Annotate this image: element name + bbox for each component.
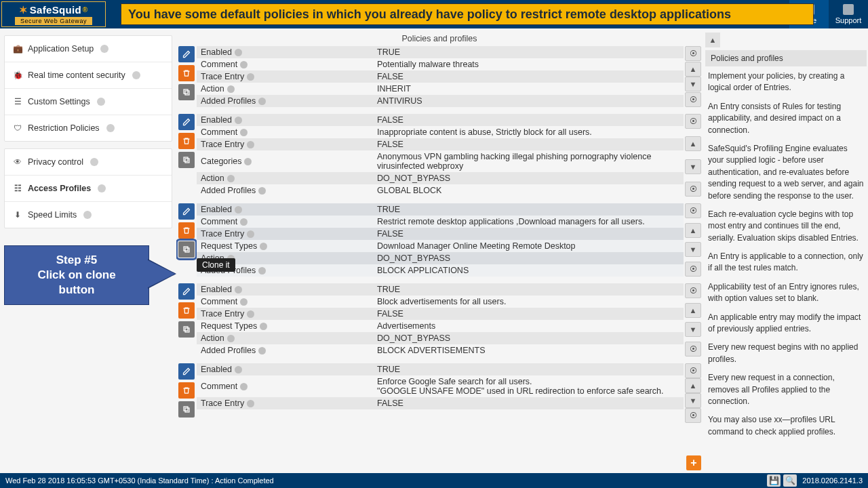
edit-button[interactable]	[178, 203, 195, 220]
clone-button[interactable]	[178, 321, 195, 338]
clone-tooltip: Clone it	[197, 258, 235, 272]
row-label: Enabled	[197, 114, 373, 126]
move-down-button[interactable]: ▼	[685, 322, 701, 337]
row-label: Comment	[197, 375, 373, 397]
row-label: Comment	[197, 216, 373, 228]
move-bottom-button[interactable]: ⦿	[685, 262, 701, 277]
table-row: Enabled FALSE	[197, 114, 684, 126]
move-top-button[interactable]: ⦿	[685, 283, 701, 298]
edit-button[interactable]	[178, 363, 195, 380]
move-top-button[interactable]: ⦿	[685, 114, 701, 129]
sidebar-item-real-time-content-security[interactable]: 🐞Real time content security	[5, 62, 172, 88]
table-row: Added Profiles BLOCK ADVERTISEMENTS	[197, 344, 684, 357]
info-icon	[90, 158, 98, 166]
row-value: TRUE	[373, 203, 684, 216]
clone-button[interactable]	[178, 152, 195, 168]
move-down-button[interactable]: ▼	[685, 77, 701, 92]
sidebar-item-label: Speed Limits	[28, 210, 77, 220]
sidebar-item-privacy-control[interactable]: 👁Privacy control	[5, 149, 172, 175]
sidebar-item-application-setup[interactable]: 💼Application Setup	[5, 36, 172, 62]
move-up-button[interactable]: ▲	[685, 378, 701, 393]
download-icon: ⬇	[13, 210, 22, 220]
table-row: Categories Anonymous VPN gambling hackin…	[197, 150, 684, 172]
table-row: Trace Entry FALSE	[197, 138, 684, 150]
move-bottom-button[interactable]: ⦿	[685, 92, 701, 107]
delete-button[interactable]	[178, 382, 195, 399]
info-icon	[247, 73, 254, 81]
row-label: Comment	[197, 296, 373, 308]
svg-rect-8	[185, 408, 189, 412]
row-value: TRUE	[373, 46, 684, 58]
info-icon	[260, 323, 267, 330]
move-bottom-button[interactable]: ⦿	[685, 408, 701, 423]
clone-button[interactable]	[178, 241, 195, 258]
row-value: BLOCK APPLICATIONS	[373, 264, 684, 277]
edit-button[interactable]	[178, 283, 195, 300]
help-paragraph: An Entry consists of Rules for testing a…	[708, 101, 864, 136]
info-icon	[227, 175, 235, 182]
sidebar-item-custom-settings[interactable]: ☰Custom Settings	[5, 88, 172, 115]
table-row: Enabled TRUE	[197, 363, 684, 375]
top-header: ✶ SafeSquid® Secure Web Gateway You have…	[0, 0, 868, 28]
delete-button[interactable]	[178, 65, 195, 81]
move-up-button[interactable]: ▲	[685, 136, 701, 151]
move-down-button[interactable]: ▼	[685, 242, 701, 257]
table-row: Comment Restrict remote desktop applicat…	[197, 216, 684, 228]
sidebar-item-access-profiles[interactable]: ☷Access Profiles	[5, 175, 172, 201]
row-label: Added Profiles	[197, 344, 373, 357]
table-row: Trace Entry FALSE	[197, 70, 684, 83]
move-top-button[interactable]: ⦿	[685, 363, 701, 378]
move-up-button[interactable]: ▲	[685, 223, 701, 238]
row-value: Enforce Google Safe search for all users…	[373, 375, 684, 397]
policy-entry: Enabled TRUEComment Restrict remote desk…	[176, 203, 703, 277]
info-icon	[247, 310, 254, 318]
row-label: Action	[197, 332, 373, 344]
svg-rect-9	[184, 407, 188, 411]
support-icon	[843, 4, 854, 15]
eye-icon: 👁	[13, 157, 22, 167]
move-top-button[interactable]: ⦿	[685, 46, 701, 61]
footer-search-button[interactable]: 🔍	[783, 474, 797, 487]
table-row: Action DO_NOT_BYPASS	[197, 252, 684, 264]
move-down-button[interactable]: ▼	[685, 393, 701, 408]
row-value: Potentially malware threats	[373, 58, 684, 70]
move-bottom-button[interactable]: ⦿	[685, 182, 701, 197]
move-top-button[interactable]: ⦿	[685, 203, 701, 218]
delete-button[interactable]	[178, 302, 195, 319]
move-down-button[interactable]: ▼	[685, 159, 701, 174]
help-paragraph: Applicability test of an Entry ignores r…	[708, 281, 864, 305]
table-row: Comment Inappropriate content is abuse, …	[197, 126, 684, 138]
row-value: TRUE	[373, 283, 684, 296]
footer-save-button[interactable]: 💾	[767, 474, 781, 487]
row-value: FALSE	[373, 308, 684, 320]
sidebar-item-restriction-policies[interactable]: 🛡Restriction Policies	[5, 115, 172, 141]
sidebar-item-speed-limits[interactable]: ⬇Speed Limits	[5, 201, 172, 228]
row-value: GLOBAL BLOCK	[373, 184, 684, 197]
svg-rect-5	[184, 247, 188, 251]
info-icon	[244, 158, 252, 165]
clone-button[interactable]	[178, 84, 195, 100]
help-collapse-button[interactable]: ▲	[705, 33, 720, 47]
svg-rect-4	[185, 248, 189, 252]
svg-rect-3	[184, 157, 188, 161]
move-up-button[interactable]: ▲	[685, 303, 701, 318]
list-icon: ☷	[13, 184, 22, 193]
row-value: Restrict remote desktop applications ,Do…	[373, 216, 684, 228]
info-icon	[227, 335, 235, 342]
table-row: Trace Entry FALSE	[197, 397, 684, 409]
move-up-button[interactable]: ▲	[685, 62, 701, 77]
sliders-icon: ☰	[13, 97, 22, 106]
row-value: FALSE	[373, 397, 684, 409]
delete-button[interactable]	[178, 222, 195, 239]
svg-rect-2	[185, 159, 189, 163]
table-row: Comment Enforce Google Safe search for a…	[197, 375, 684, 397]
table-row: Request Types Download Manager Online Me…	[197, 240, 684, 252]
delete-button[interactable]	[178, 133, 195, 149]
support-button[interactable]: Support	[829, 0, 868, 28]
edit-button[interactable]	[178, 114, 195, 130]
edit-button[interactable]	[178, 46, 195, 62]
move-bottom-button[interactable]: ⦿	[685, 342, 701, 357]
add-entry-button[interactable]: +	[686, 455, 701, 470]
clone-button[interactable]	[178, 401, 195, 418]
support-label: Support	[835, 16, 862, 24]
